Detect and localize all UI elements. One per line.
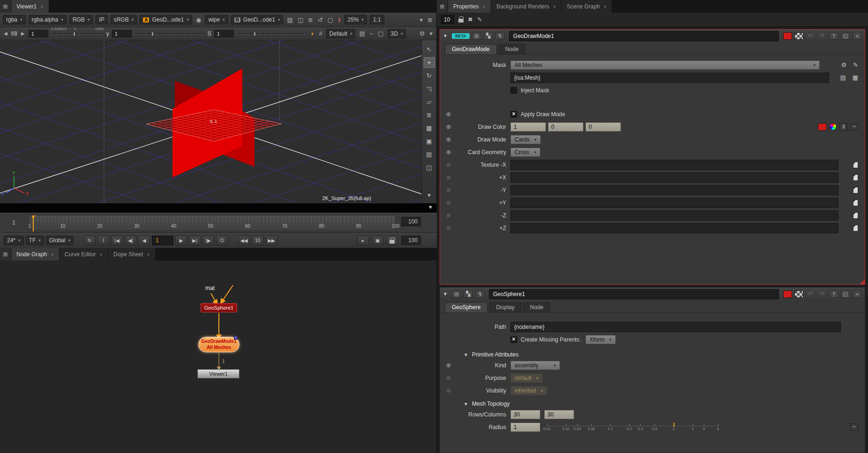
node-flags-icon[interactable]: ▚ [464, 290, 473, 298]
skew-tool-icon[interactable]: ▱ [424, 97, 435, 107]
file-browse-icon[interactable] [853, 212, 858, 219]
toolbar-overflow-icon[interactable]: ▾ [419, 16, 424, 23]
add-from-scene-icon[interactable]: ▦ [853, 74, 858, 81]
radius-field[interactable] [510, 423, 540, 432]
close-panel-icon[interactable]: × [853, 290, 862, 298]
max-panels-field[interactable] [441, 15, 454, 24]
input-a-dropdown[interactable]: A GeoD...ode1 [140, 15, 192, 24]
draw-color-g-field[interactable] [548, 122, 584, 132]
range-end-field[interactable]: 100 [401, 217, 421, 226]
grid-display-icon[interactable]: ▦ [424, 123, 435, 134]
tab-scene-graph[interactable]: Scene Graph× [561, 0, 612, 13]
lightning-icon[interactable]: ↯ [475, 290, 485, 298]
gain-slider[interactable]: 0.018623 1 1064 [51, 31, 104, 37]
columns-field[interactable] [544, 410, 574, 419]
roi-icon[interactable]: ▢ [327, 16, 334, 23]
play-reverse-button[interactable]: ◀ [138, 236, 150, 245]
toolbar2-overflow-icon[interactable]: ▾ [428, 30, 434, 37]
node-color-swatch[interactable] [783, 290, 792, 298]
prev-keyframe-button[interactable]: ◀| [125, 236, 136, 245]
card-geometry-dropdown[interactable]: Cross [510, 148, 540, 157]
view-mode-3d-dropdown[interactable]: 3D [388, 29, 406, 38]
zoom-level-dropdown[interactable]: 25% [344, 15, 367, 24]
close-icon[interactable]: × [100, 252, 103, 257]
file-browse-icon[interactable] [853, 162, 858, 168]
gain-toggle-icon[interactable]: ◗ [310, 30, 315, 37]
split-view-icon[interactable]: ◫ [297, 16, 304, 23]
animation-menu-icon[interactable]: ⊕ [440, 111, 457, 118]
node-flags-icon[interactable]: ▚ [484, 32, 493, 40]
texture-minus-z-field[interactable] [510, 210, 838, 221]
current-frame-field[interactable]: 1 [152, 236, 173, 245]
grid-overlay-icon[interactable]: # [318, 30, 323, 37]
scene-list-icon[interactable]: ▤ [840, 74, 846, 81]
frame-range-scope-dropdown[interactable]: Global [46, 236, 74, 245]
input-process-button[interactable]: IP [96, 15, 107, 24]
node-name-field[interactable]: GeoSphere1 [489, 289, 779, 299]
file-browse-icon[interactable] [853, 187, 858, 193]
create-missing-parents-checkbox[interactable] [510, 336, 517, 343]
close-icon[interactable]: × [604, 4, 606, 9]
draw-color-r-field[interactable] [510, 122, 546, 132]
display-list-icon[interactable]: ≣ [424, 110, 435, 120]
occlusion-mode-icon[interactable]: ◫ [424, 162, 435, 173]
goto-start-button[interactable]: |◀ [111, 236, 123, 245]
color-wheel-icon[interactable] [830, 123, 837, 130]
next-keyframe-button[interactable]: ▶| [189, 236, 201, 245]
gain-slider-thumb[interactable] [73, 32, 75, 36]
animation-menu-icon[interactable]: ⊕ [440, 161, 457, 168]
node-viewer1[interactable]: Viewer1 [197, 369, 239, 379]
collapse-panel-icon[interactable] [443, 33, 449, 38]
node-geosphere1[interactable]: GeoSphere1 [201, 303, 237, 312]
tab-node[interactable]: Node [523, 302, 551, 312]
animation-menu-icon[interactable]: ⊕ [440, 136, 457, 143]
animation-curve-icon[interactable]: ~ [850, 423, 858, 431]
draw-color-b-field[interactable] [585, 122, 621, 132]
animation-menu-icon[interactable]: ⊕ [440, 212, 457, 219]
inject-mask-checkbox[interactable] [510, 87, 517, 94]
path-field[interactable] [510, 322, 841, 332]
texture-display-icon[interactable]: ▣ [424, 136, 435, 147]
draw-mode-dropdown[interactable]: Cards [510, 135, 541, 144]
step-forward-button[interactable]: ▶▶ [265, 236, 277, 245]
tab-display[interactable]: Display [489, 302, 521, 312]
tab-curve-editor[interactable]: Curve Editor× [60, 248, 108, 260]
animation-menu-icon[interactable]: ⊕ [440, 186, 457, 193]
scale-tool-icon[interactable]: ◹ [424, 83, 435, 94]
viewer-lut-dropdown[interactable]: sRGB [111, 15, 137, 24]
tab-node[interactable]: Node [498, 44, 526, 54]
center-in-dag-icon[interactable]: ◎ [472, 32, 481, 40]
texture-minus-y-field[interactable] [510, 185, 838, 195]
gamma-slider[interactable] [135, 31, 205, 37]
apply-draw-mode-checkbox[interactable] [510, 111, 517, 118]
loop-mode-button[interactable]: ↻ [84, 236, 96, 245]
out-point-button[interactable]: O [216, 236, 228, 245]
channel-display-dropdown[interactable]: RGB [69, 15, 93, 24]
help-icon[interactable]: ? [829, 32, 838, 40]
gl-color-swatch[interactable] [794, 290, 803, 298]
filmstrip-icon[interactable]: ▤ [358, 30, 366, 37]
file-browse-icon[interactable] [853, 225, 858, 231]
fstop-next-icon[interactable]: ▶ [20, 31, 26, 36]
saturation-input[interactable] [214, 30, 234, 37]
wipe-mode-dropdown[interactable]: wipe [205, 15, 228, 24]
expand-strip-icon[interactable]: ▼ [428, 204, 433, 210]
panel-menu-icon[interactable]: ▦ [0, 0, 11, 13]
center-in-dag-icon[interactable]: ◎ [452, 290, 461, 298]
curve-overlay-icon[interactable]: ~ [369, 30, 374, 37]
layer-dropdown[interactable]: rgba [3, 15, 26, 24]
viewport-3d[interactable]: 0, 1 Y X Z 2K_Super_35(full-ap) [0, 40, 422, 203]
frame-increment-field[interactable]: 10 [252, 236, 263, 245]
animation-menu-icon[interactable]: ⊕ [440, 123, 457, 130]
kind-dropdown[interactable]: assembly [510, 361, 560, 370]
shading-mode-icon[interactable]: ▤ [424, 149, 435, 160]
in-point-button[interactable]: I [97, 236, 109, 245]
texture-plus-x-field[interactable] [510, 172, 838, 183]
wipe-center-icon[interactable]: ◉ [195, 16, 202, 23]
select-tool-icon[interactable]: ↖ [424, 44, 435, 55]
panel-menu-icon[interactable]: ▦ [0, 248, 11, 260]
radius-slider-marker[interactable] [673, 423, 674, 427]
eyedropper-icon[interactable]: ✎ [853, 61, 858, 68]
radius-slider[interactable]: 0.01 0.02 0.03 0.05 0.1 0.2 0.3 0.5 1 2 … [547, 422, 718, 433]
panel-menu-icon[interactable]: ▦ [437, 0, 448, 13]
